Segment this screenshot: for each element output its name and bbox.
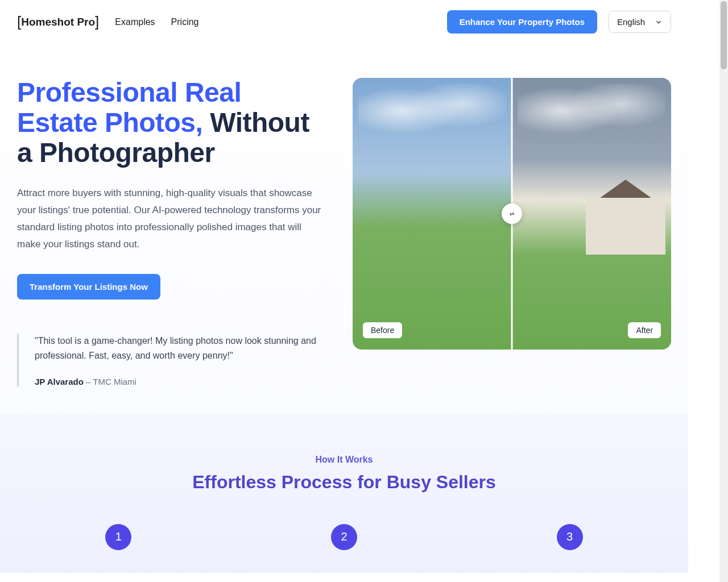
logo[interactable]: [ Homeshot Pro ] <box>17 13 99 31</box>
steps-row: 1 2 3 <box>17 524 671 550</box>
enhance-photos-button[interactable]: Enhance Your Property Photos <box>447 10 597 34</box>
step-1-badge: 1 <box>105 524 131 550</box>
after-label: After <box>628 322 661 338</box>
step-3-badge: 3 <box>557 524 583 550</box>
sky-decoration <box>358 84 506 152</box>
testimonial: "This tool is a game-changer! My listing… <box>17 334 324 386</box>
before-after-comparison[interactable]: ⇄ Before After <box>353 78 671 350</box>
author-suffix: – TMC Miami <box>84 377 136 386</box>
logo-text: Homeshot Pro <box>21 16 95 28</box>
hero-content: Professional Real Estate Photos, Without… <box>17 78 324 386</box>
testimonial-quote: "This tool is a game-changer! My listing… <box>35 334 324 363</box>
sky-decoration <box>518 84 665 152</box>
section-title: Effortless Process for Busy Sellers <box>17 472 671 493</box>
testimonial-author: JP Alvarado – TMC Miami <box>35 377 324 386</box>
step-2-badge: 2 <box>331 524 357 550</box>
comparison-slider-handle[interactable]: ⇄ <box>502 203 522 224</box>
language-select[interactable]: English <box>609 11 671 33</box>
how-it-works-section: How It Works Effortless Process for Busy… <box>0 415 688 573</box>
section-eyebrow: How It Works <box>17 455 671 465</box>
house-decoration <box>586 198 665 255</box>
slider-arrows-icon: ⇄ <box>510 211 514 217</box>
author-name: JP Alvarado <box>35 377 84 386</box>
header-right: Enhance Your Property Photos English <box>447 10 671 34</box>
before-label: Before <box>363 322 402 338</box>
header: [ Homeshot Pro ] Examples Pricing Enhanc… <box>0 0 688 44</box>
hero-section: Professional Real Estate Photos, Without… <box>0 44 688 415</box>
bracket-close-icon: ] <box>95 13 99 31</box>
hero-image-wrapper: ⇄ Before After <box>353 78 671 386</box>
header-left: [ Homeshot Pro ] Examples Pricing <box>17 13 198 31</box>
before-image <box>353 78 512 350</box>
nav-examples[interactable]: Examples <box>115 17 155 27</box>
hero-title: Professional Real Estate Photos, Without… <box>17 78 324 168</box>
language-label: English <box>617 17 645 27</box>
after-image <box>512 78 671 350</box>
bracket-open-icon: [ <box>17 13 21 31</box>
hero-description: Attract more buyers with stunning, high-… <box>17 185 324 252</box>
chevron-down-icon <box>655 18 663 26</box>
nav-pricing[interactable]: Pricing <box>171 17 199 27</box>
transform-listings-button[interactable]: Transform Your Listings Now <box>17 274 160 300</box>
